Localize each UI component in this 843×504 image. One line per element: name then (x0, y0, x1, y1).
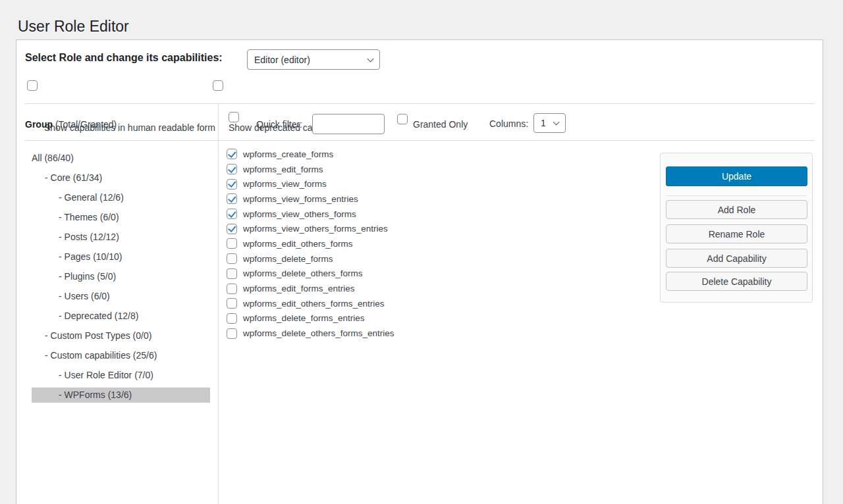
group-tree-item[interactable]: - Users (6/0) (32, 289, 210, 304)
capability-row: wpforms_delete_others_forms (227, 266, 394, 282)
quick-filter-input[interactable] (312, 114, 385, 134)
capability-row: wpforms_edit_others_forms_entries (227, 296, 394, 311)
group-tree-item[interactable]: - Plugins (5/0) (32, 269, 210, 284)
capability-label: wpforms_delete_forms_entries (243, 313, 365, 324)
capability-row: wpforms_edit_forms_entries (227, 281, 394, 296)
group-header: Group (Total/Granted) (25, 119, 117, 130)
capability-row: wpforms_create_forms (227, 147, 394, 162)
capabilities-list: wpforms_create_forms wpforms_edit_forms … (227, 147, 394, 341)
capability-row: wpforms_delete_others_forms_entries (227, 326, 394, 341)
groups-tree: All (86/40) - Core (61/34) - General (12… (32, 151, 210, 407)
columns-select-value: 1 (541, 118, 546, 128)
capability-label: wpforms_delete_forms (243, 253, 333, 265)
group-label: - General (12/6) (59, 192, 124, 203)
group-tree-item[interactable]: - Themes (6/0) (32, 210, 210, 225)
human-readable-checkbox[interactable] (27, 80, 38, 91)
group-tree-item[interactable]: - Deprecated (12/8) (32, 309, 210, 324)
show-deprecated-checkbox[interactable] (213, 80, 223, 91)
capability-row: wpforms_view_others_forms (227, 207, 394, 222)
capability-checkbox[interactable] (227, 224, 237, 234)
group-label: - Plugins (5/0) (59, 271, 116, 282)
select-role-label: Select Role and change its capabilities: (25, 52, 223, 64)
actions-panel: Update Add Role Rename Role Add Capabili… (660, 153, 813, 303)
capability-label: wpforms_delete_others_forms (243, 268, 363, 279)
add-capability-button[interactable]: Add Capability (666, 249, 807, 268)
group-tree-item[interactable]: - Pages (10/10) (32, 249, 210, 265)
columns-label: Columns: (489, 118, 528, 130)
quick-filter-label: Quick filter: (256, 119, 302, 130)
group-label: All (86/40) (32, 153, 74, 163)
group-tree-item[interactable]: All (86/40) (32, 151, 210, 166)
chevron-down-icon (553, 119, 560, 126)
group-tree-item[interactable]: - Custom capabilities (25/6) (32, 348, 210, 363)
divider (218, 103, 219, 504)
capability-row: wpforms_delete_forms_entries (227, 311, 394, 326)
group-label: - Deprecated (12/8) (59, 311, 138, 321)
capability-row: wpforms_view_others_forms_entries (227, 221, 394, 236)
capability-row: wpforms_view_forms_entries (227, 191, 394, 207)
group-label: - User Role Editor (7/0) (59, 370, 153, 380)
group-tree-item[interactable]: - Core (61/34) (32, 170, 210, 186)
capability-label: wpforms_view_forms (243, 178, 327, 189)
rename-role-button[interactable]: Rename Role (666, 224, 807, 243)
group-label: - Core (61/34) (45, 172, 102, 183)
role-select-value: Editor (editor) (254, 55, 310, 65)
delete-capability-button[interactable]: Delete Capability (666, 272, 807, 291)
group-label: - Pages (10/10) (59, 251, 122, 262)
group-tree-item[interactable]: - WPForms (13/6) (32, 388, 210, 403)
capability-checkbox[interactable] (227, 209, 237, 219)
group-tree-item[interactable]: - General (12/6) (32, 190, 210, 205)
capability-checkbox[interactable] (227, 238, 237, 249)
capability-checkbox[interactable] (227, 179, 237, 189)
capability-label: wpforms_edit_forms_entries (243, 283, 355, 294)
capability-label: wpforms_view_forms_entries (243, 193, 358, 205)
role-select[interactable]: Editor (editor) (247, 49, 380, 70)
add-role-button[interactable]: Add Role (666, 200, 807, 219)
capability-checkbox[interactable] (227, 313, 237, 324)
capability-checkbox[interactable] (227, 164, 237, 174)
capability-label: wpforms_edit_others_forms (243, 238, 353, 249)
capability-checkbox[interactable] (227, 268, 237, 279)
capability-row: wpforms_edit_forms (227, 162, 394, 177)
divider (24, 103, 815, 104)
group-tree-item[interactable]: - User Role Editor (7/0) (32, 368, 210, 383)
columns-select[interactable]: 1 (533, 113, 566, 133)
capability-row: wpforms_edit_others_forms (227, 236, 394, 251)
capability-row: wpforms_delete_forms (227, 251, 394, 266)
capability-checkbox[interactable] (227, 284, 237, 294)
divider (666, 195, 807, 196)
capability-checkbox[interactable] (227, 328, 237, 339)
capability-checkbox[interactable] (227, 253, 237, 264)
update-button[interactable]: Update (666, 166, 807, 186)
capability-row: wpforms_view_forms (227, 176, 394, 191)
group-tree-item[interactable]: - Custom Post Types (0/0) (32, 328, 210, 343)
group-tree-item[interactable]: - Posts (12/12) (32, 230, 210, 245)
capability-label: wpforms_edit_others_forms_entries (243, 298, 385, 309)
chevron-down-icon (367, 55, 374, 62)
divider (24, 140, 815, 141)
page-title: User Role Editor (18, 17, 129, 37)
capability-label: wpforms_create_forms (243, 149, 333, 160)
capability-label: wpforms_delete_others_forms_entries (243, 328, 394, 339)
group-label: - Custom Post Types (0/0) (45, 330, 151, 341)
select-all-checkbox[interactable] (229, 112, 239, 122)
granted-only-checkbox[interactable] (397, 114, 408, 124)
group-label: - WPForms (13/6) (59, 390, 132, 400)
capability-label: wpforms_view_others_forms_entries (243, 223, 388, 234)
capability-checkbox[interactable] (227, 298, 237, 309)
capability-label: wpforms_edit_forms (243, 164, 323, 175)
user-role-editor-panel: Select Role and change its capabilities:… (16, 39, 823, 504)
group-label: - Users (6/0) (59, 291, 110, 301)
group-label: - Custom capabilities (25/6) (45, 350, 157, 361)
group-label: - Themes (6/0) (59, 212, 119, 222)
capability-checkbox[interactable] (227, 193, 237, 204)
granted-only-label: Granted Only (413, 119, 468, 130)
capability-label: wpforms_view_others_forms (243, 209, 356, 220)
capability-checkbox[interactable] (227, 149, 237, 159)
group-label: - Posts (12/12) (59, 232, 119, 242)
